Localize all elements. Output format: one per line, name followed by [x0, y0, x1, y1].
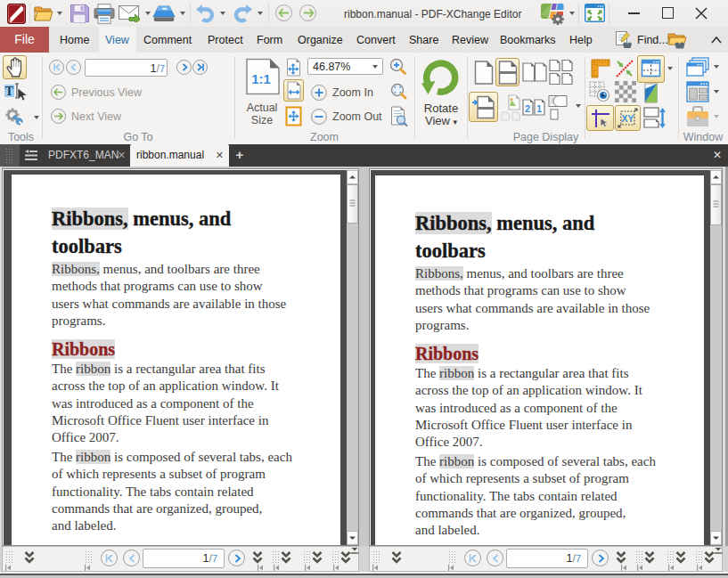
svg-text:T: T [5, 85, 14, 98]
svg-text:1: 1 [536, 103, 542, 114]
svg-text:XY: XY [621, 113, 634, 124]
svg-text:2: 2 [525, 103, 530, 114]
svg-text:1:1: 1:1 [251, 71, 271, 86]
